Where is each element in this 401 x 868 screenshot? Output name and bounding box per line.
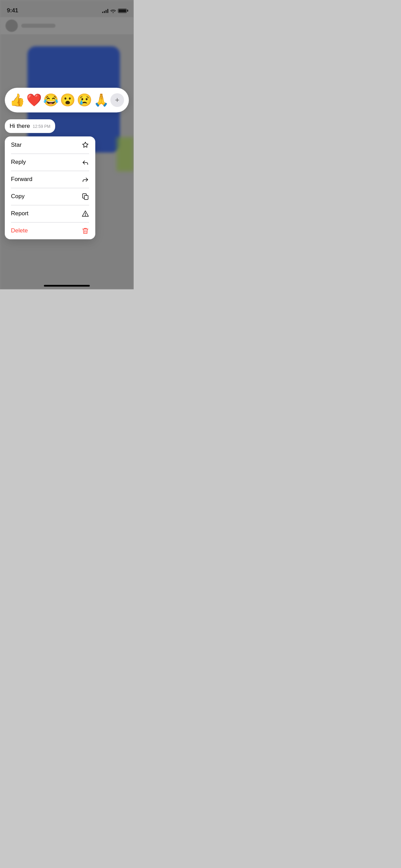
emoji-laugh[interactable]: 😂 [43,94,59,106]
home-indicator [44,285,90,287]
menu-label-reply: Reply [11,159,26,166]
emoji-thumbsup[interactable]: 👍 [10,94,25,106]
message-bubble: Hi there 12:59 PM [5,119,55,133]
menu-item-report[interactable]: Report [5,205,95,222]
menu-label-report: Report [11,210,28,217]
menu-item-copy[interactable]: Copy [5,188,95,205]
svg-point-1 [85,215,86,216]
reply-icon [82,158,89,166]
menu-item-reply[interactable]: Reply [5,154,95,171]
menu-label-copy: Copy [11,193,25,200]
battery-icon [118,9,127,13]
menu-item-star[interactable]: Star [5,136,95,154]
emoji-cry[interactable]: 😢 [77,94,92,106]
emoji-pray[interactable]: 🙏 [94,94,109,106]
menu-item-forward[interactable]: Forward [5,171,95,188]
signal-icon [102,8,108,13]
copy-icon [82,193,89,200]
star-icon [82,141,89,149]
emoji-surprised[interactable]: 😮 [60,94,75,106]
menu-label-delete: Delete [11,227,28,234]
trash-icon [82,227,89,234]
status-bar: 9:41 [0,0,134,17]
context-menu: Star Reply Forward Copy [5,136,95,239]
menu-item-delete[interactable]: Delete [5,222,95,239]
svg-rect-0 [84,195,88,200]
emoji-heart[interactable]: ❤️ [26,94,42,106]
emoji-more-button[interactable]: + [110,93,124,107]
message-text: Hi there [10,123,30,130]
report-icon [82,210,89,217]
status-icons [102,8,127,13]
menu-label-forward: Forward [11,176,32,183]
status-time: 9:41 [7,7,18,14]
message-timestamp: 12:59 PM [33,124,50,129]
wifi-icon [110,9,116,13]
forward-icon [82,176,89,183]
menu-label-star: Star [11,142,22,148]
emoji-reaction-bar[interactable]: 👍 ❤️ 😂 😮 😢 🙏 + [5,88,129,112]
